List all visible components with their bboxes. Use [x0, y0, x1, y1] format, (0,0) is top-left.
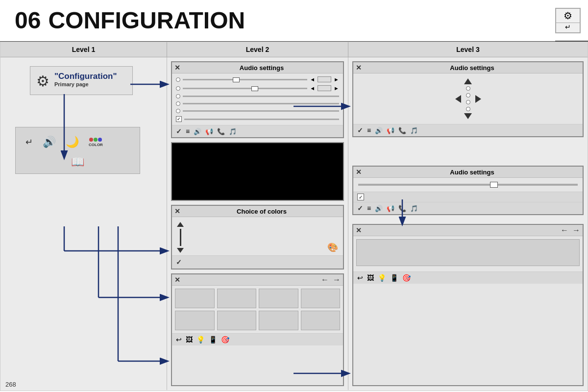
config-name: "Configuration"	[54, 72, 117, 81]
sound-l3b[interactable]: 📢	[387, 205, 394, 212]
grid-left-arrow[interactable]: ←	[321, 275, 329, 284]
audio-settings-panel: ✕ Audio settings ◄ ►	[171, 61, 344, 138]
exit-icon: ↵	[25, 137, 33, 147]
radio2	[176, 86, 180, 91]
left-arrow[interactable]	[455, 95, 461, 103]
level-headers: Level 1 Level 2 Level 3	[0, 42, 588, 57]
page-number: 268	[5, 381, 16, 388]
grid-l3-close[interactable]: ✕	[356, 226, 362, 234]
speaker-l3[interactable]: 🔊	[375, 127, 383, 134]
colors-check[interactable]: ✓	[176, 258, 182, 266]
grid-panel-l3: ✕ ← → ↩ 🖼 💡 📱 🎯	[352, 224, 584, 386]
sound-icon: 🔊	[43, 136, 56, 148]
grid-cell[interactable]	[259, 311, 298, 330]
audio-l3-title: Audio settings	[450, 64, 494, 72]
grid-cell[interactable]	[217, 311, 257, 330]
radio5	[176, 109, 180, 113]
config-gear-icon: ⚙	[36, 73, 49, 90]
phone-icon[interactable]: 📞	[217, 128, 225, 135]
target-icon[interactable]: 🎯	[221, 336, 229, 343]
black-screen-panel	[171, 142, 344, 201]
sound-l3[interactable]: 📢	[387, 127, 394, 134]
menu-icon[interactable]: ≡	[186, 127, 190, 135]
audio-l3b-title: Audio settings	[450, 169, 494, 176]
page-icon: ↵	[565, 23, 571, 31]
header-number: 06	[15, 7, 41, 34]
grid-nav-arrows: ← →	[321, 275, 341, 284]
phone-l3[interactable]: 📞	[398, 127, 406, 134]
config-sub: Primary page	[54, 81, 117, 87]
info-icon: 📖	[71, 156, 84, 169]
music-icon[interactable]: 🎵	[229, 128, 237, 135]
submenu-box: ↵ 🔊 🌙 COLOR 📖	[15, 127, 140, 174]
colors-title: Choice of colors	[237, 208, 287, 215]
speaker-r-icon[interactable]: 🔊	[194, 128, 201, 135]
grid-l3-right[interactable]: →	[572, 226, 580, 235]
radio3	[176, 94, 180, 98]
right-arrow[interactable]	[475, 95, 481, 103]
phone3-l3[interactable]: 📱	[390, 274, 398, 282]
target-l3[interactable]: 🎯	[402, 274, 411, 282]
check-l3[interactable]: ✓	[357, 126, 363, 134]
grid-cell[interactable]	[175, 289, 215, 308]
choice-of-colors-panel: ✕ Choice of colors �	[171, 205, 344, 270]
audio-l3-close[interactable]: ✕	[356, 64, 362, 72]
level1-col: ⚙ "Configuration" Primary page ↵ 🔊 🌙	[0, 57, 167, 390]
grid-cell[interactable]	[217, 289, 257, 308]
grid-panel-l2: ✕ ← → ↩	[171, 273, 344, 386]
header-icon-box: ⚙ ↵	[555, 8, 581, 33]
grid-cell[interactable]	[175, 311, 215, 330]
up-arrow[interactable]	[464, 78, 472, 84]
level3-header: Level 3	[348, 42, 588, 57]
phone2-icon[interactable]: 📱	[209, 336, 217, 343]
color-icon: COLOR	[89, 138, 103, 147]
check-icon[interactable]: ✓	[176, 127, 182, 135]
audio-title: Audio settings	[240, 64, 284, 72]
back-icon[interactable]: ↩	[176, 336, 182, 343]
grid-right-arrow[interactable]: →	[333, 275, 341, 284]
back-l3[interactable]: ↩	[357, 274, 363, 282]
night-icon: 🌙	[66, 136, 79, 148]
menu-l3[interactable]: ≡	[367, 126, 371, 134]
grid-cell[interactable]	[301, 289, 341, 308]
sound2-icon[interactable]: 📢	[205, 128, 213, 135]
check1: ✓	[176, 116, 182, 122]
grid-close-icon[interactable]: ✕	[174, 276, 180, 284]
level2-col: ✕ Audio settings ◄ ►	[167, 57, 348, 390]
content-area: ⚙ "Configuration" Primary page ↵ 🔊 🌙	[0, 57, 588, 390]
check-l3b[interactable]: ✓	[357, 204, 363, 212]
audio-close-icon[interactable]: ✕	[174, 64, 180, 72]
radio4	[176, 101, 180, 106]
image-icon[interactable]: 🖼	[186, 336, 193, 343]
palette-icon: 🎨	[327, 243, 338, 252]
grid-cell[interactable]	[301, 311, 341, 330]
main-content: Level 1 Level 2 Level 3 ⚙ "Configuration…	[0, 42, 588, 391]
level2-header: Level 2	[167, 42, 348, 57]
audio-settings-l3-bottom: ✕ Audio settings ✓	[352, 166, 584, 215]
lights-icon[interactable]: 💡	[196, 336, 205, 343]
audio-l3b-close[interactable]: ✕	[356, 168, 362, 176]
check-box-l3b: ✓	[357, 194, 364, 200]
grid-l3-left[interactable]: ←	[561, 226, 568, 235]
image-l3[interactable]: 🖼	[367, 274, 374, 282]
grid-cell[interactable]	[259, 289, 298, 308]
level1-header: Level 1	[0, 42, 167, 57]
down-arrow[interactable]	[464, 113, 472, 119]
music-l3[interactable]: 🎵	[410, 127, 418, 134]
color-up-arrow[interactable]	[177, 222, 184, 227]
header-title: CONFIGURATION	[48, 7, 245, 34]
speaker-l3b[interactable]: 🔊	[375, 205, 383, 212]
menu-l3b[interactable]: ≡	[367, 204, 371, 212]
gear-icon: ⚙	[564, 10, 572, 22]
color-down-arrow[interactable]	[177, 248, 184, 253]
level3-col: ✕ Audio settings	[348, 57, 588, 390]
colors-close-icon[interactable]: ✕	[174, 207, 180, 215]
audio-settings-l3-top: ✕ Audio settings	[352, 61, 584, 137]
phone-l3b[interactable]: 📞	[398, 205, 406, 212]
music-l3b[interactable]: 🎵	[410, 205, 418, 212]
configuration-box: ⚙ "Configuration" Primary page	[30, 66, 133, 95]
radio1	[176, 77, 180, 82]
lights-l3[interactable]: 💡	[378, 274, 386, 282]
